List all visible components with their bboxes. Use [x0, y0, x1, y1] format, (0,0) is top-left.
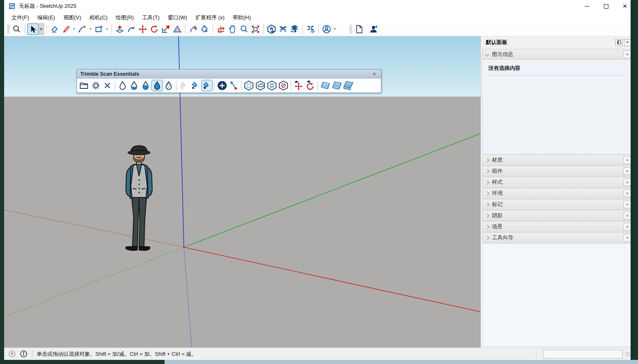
new-document-button[interactable] [353, 23, 365, 35]
resize-grip[interactable] [625, 352, 630, 357]
select-tool-button[interactable] [27, 23, 39, 35]
scale-figure[interactable] [126, 146, 152, 250]
snap-disabled-icon[interactable] [178, 80, 190, 91]
arc-tool-button[interactable] [77, 23, 88, 35]
panel-close-button[interactable]: ✕ [624, 39, 631, 46]
paint-bucket-tool-button[interactable] [199, 23, 211, 35]
section-environment[interactable]: 环境 ✕ [482, 188, 633, 199]
hexagon-none-icon[interactable] [278, 80, 289, 91]
point-density-medium-icon[interactable] [140, 80, 151, 91]
section-close-button[interactable]: ✕ [624, 234, 631, 241]
rotate-cloud-icon[interactable] [304, 80, 316, 91]
menu-camera[interactable]: 相机(C) [85, 13, 111, 23]
menu-view[interactable]: 视图(V) [59, 13, 85, 23]
mesh-panel-icon[interactable] [320, 80, 331, 91]
snap-point-icon[interactable] [190, 80, 201, 91]
mesh-solid-icon[interactable] [343, 80, 354, 91]
point-density-hatched-icon[interactable] [163, 80, 174, 91]
point-density-high-icon[interactable] [151, 80, 163, 91]
rectangle-dropdown-caret[interactable] [106, 28, 108, 30]
node-link-icon[interactable] [228, 80, 239, 91]
3d-warehouse-button[interactable] [266, 23, 277, 35]
3d-viewport[interactable]: Trimble Scan Essentials ✕ [4, 36, 480, 348]
desktop-taskbar-strip [165, 360, 638, 364]
move-tool-button[interactable] [137, 23, 148, 35]
section-tags[interactable]: 标记 ✕ [482, 199, 633, 210]
pan-tool-button[interactable] [227, 23, 238, 35]
extension-manager-button[interactable] [305, 23, 316, 35]
mesh-surface-icon[interactable] [331, 80, 343, 91]
open-folder-icon[interactable] [79, 80, 90, 91]
zoom-tool-button[interactable] [238, 23, 250, 35]
rectangle-tool-button[interactable] [93, 23, 104, 35]
section-close-button[interactable]: ✕ [624, 212, 631, 219]
scale-tool-button[interactable] [160, 23, 172, 35]
section-label: 材质 [492, 156, 503, 164]
menu-window[interactable]: 窗口(W) [164, 13, 191, 23]
section-instructor[interactable]: 工具向导 ✕ [482, 232, 633, 243]
section-close-button[interactable]: ✕ [624, 156, 631, 164]
orbit-tool-button[interactable] [215, 23, 227, 35]
scan-toolbar-close-button[interactable]: ✕ [371, 71, 378, 77]
section-close-button[interactable]: ✕ [624, 190, 631, 197]
hexagon-box-icon[interactable] [243, 80, 255, 91]
measurements-input[interactable] [543, 350, 623, 359]
settings-gear-icon[interactable] [90, 80, 102, 91]
eraser-tool-button[interactable] [49, 23, 60, 35]
section-shadows[interactable]: 阴影 ✕ [482, 210, 633, 221]
section-close-button[interactable]: ✕ [624, 51, 631, 58]
section-entity-info[interactable]: 图元信息 ✕ [482, 49, 633, 60]
section-close-button[interactable]: ✕ [624, 179, 631, 186]
rotate-tool-button[interactable] [148, 23, 160, 35]
credits-info-icon[interactable] [20, 350, 27, 358]
select-dropdown-button[interactable] [39, 23, 44, 35]
menu-extensions[interactable]: 扩展程序 (x) [191, 13, 229, 23]
add-point-icon[interactable] [216, 80, 228, 91]
follow-me-tool-button[interactable] [125, 23, 137, 35]
offset-tool-button[interactable] [172, 23, 183, 35]
account-dropdown-caret[interactable] [334, 28, 336, 30]
menu-file[interactable]: 文件(F) [7, 13, 33, 23]
pencil-tool-button[interactable] [60, 23, 72, 35]
snap-plane-icon[interactable] [201, 80, 213, 91]
section-materials[interactable]: 材质 ✕ [482, 155, 633, 165]
menu-tools[interactable]: 工具(T) [138, 13, 164, 23]
menu-draw[interactable]: 绘图(R) [111, 13, 138, 23]
menu-edit[interactable]: 编辑(E) [33, 13, 59, 23]
sign-in-button[interactable] [368, 23, 380, 35]
desktop: 无标题 - SketchUp 2025 ✕ 文件(F) 编辑(E) 视图(V) … [0, 0, 638, 364]
unload-icon[interactable] [102, 80, 113, 91]
maximize-button[interactable] [596, 0, 615, 12]
trimble-connect-button[interactable] [277, 23, 289, 35]
point-density-low-icon[interactable] [128, 80, 140, 91]
push-pull-tool-button[interactable] [114, 23, 125, 35]
section-styles[interactable]: 样式 ✕ [482, 177, 633, 188]
section-components[interactable]: 组件 ✕ [482, 166, 633, 176]
toolbar-grip-2[interactable] [349, 25, 352, 34]
section-close-button[interactable]: ✕ [624, 167, 631, 175]
toolbar-grip[interactable] [7, 25, 10, 34]
zoom-extents-button[interactable] [250, 23, 261, 35]
zoom-search-icon[interactable] [11, 23, 23, 35]
move-cloud-icon[interactable] [293, 80, 304, 91]
section-scenes[interactable]: 场景 ✕ [482, 221, 633, 232]
arc-dropdown-caret[interactable] [89, 28, 92, 30]
maximize-icon [604, 4, 608, 9]
scan-toolbar-titlebar[interactable]: Trimble Scan Essentials ✕ [77, 70, 381, 79]
send-to-layout-button[interactable] [289, 23, 300, 35]
section-label: 工具向导 [492, 234, 513, 241]
menu-help[interactable]: 帮助(H) [229, 13, 255, 23]
account-button[interactable] [321, 23, 332, 35]
hexagon-cloud-icon[interactable] [255, 80, 266, 91]
tape-measure-tool-button[interactable] [188, 23, 199, 35]
pencil-dropdown-caret[interactable] [73, 28, 75, 30]
hexagon-sphere-icon[interactable] [266, 80, 278, 91]
geolocation-icon[interactable] [8, 350, 16, 358]
section-close-button[interactable]: ✕ [624, 201, 631, 208]
panel-pin-button[interactable] [615, 39, 622, 46]
trimble-scan-essentials-toolbar[interactable]: Trimble Scan Essentials ✕ [77, 69, 381, 93]
minimize-button[interactable] [578, 0, 596, 12]
section-close-button[interactable]: ✕ [624, 223, 631, 230]
point-density-none-icon[interactable] [117, 80, 128, 91]
chevron-right-icon [485, 236, 490, 240]
